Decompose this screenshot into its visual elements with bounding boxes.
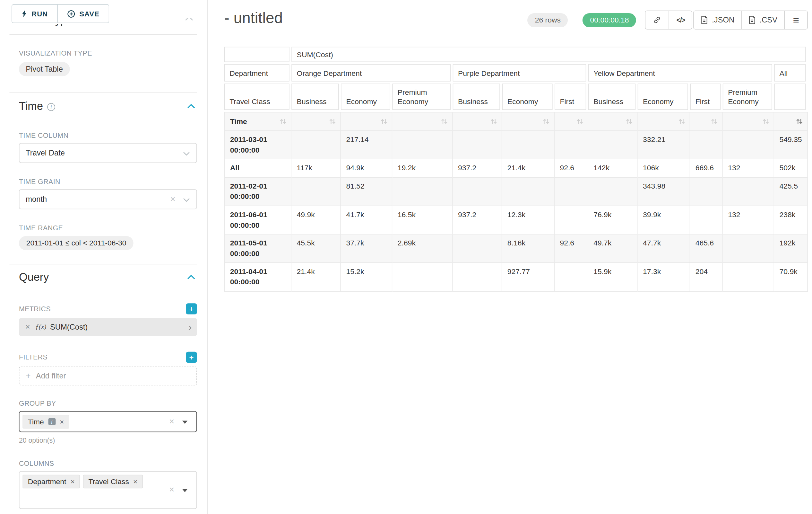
run-button[interactable]: RUN (11, 4, 58, 23)
pivot-sort-cell (291, 112, 341, 131)
columns-tag-department[interactable]: Department × (23, 475, 80, 489)
export-csv-button[interactable]: .CSV (741, 11, 784, 29)
sort-icon[interactable] (576, 118, 583, 125)
remove-tag-icon[interactable]: × (60, 417, 64, 426)
table-row: Time (224, 112, 808, 131)
table-row: 2011-02-01 00:00:0081.52343.98425.5 (224, 178, 808, 206)
pivot-cell: 425.5 (774, 178, 808, 206)
group-by-select[interactable]: Time i × × (19, 411, 197, 432)
pivot-col-header: First (555, 83, 588, 112)
pivot-cell (502, 178, 555, 206)
remove-tag-icon[interactable]: × (133, 477, 137, 486)
pivot-table-container: SUM(Cost)DepartmentOrange DepartmentPurp… (224, 47, 808, 292)
pivot-cell: 106k (638, 159, 690, 178)
sort-icon[interactable] (490, 118, 497, 125)
row-count-badge: 26 rows (528, 13, 568, 27)
pivot-col-header: First (690, 83, 722, 112)
pivot-sort-cell (555, 112, 588, 131)
group-by-tag-time[interactable]: Time i × (23, 415, 69, 429)
sort-icon[interactable] (329, 118, 336, 125)
pivot-col-dim-header: Travel Class (224, 83, 291, 112)
pivot-cell: 37.7k (341, 235, 392, 263)
sort-icon[interactable] (762, 118, 770, 125)
pivot-cell (453, 178, 502, 206)
embed-code-button[interactable]: </> (669, 11, 692, 29)
remove-tag-icon[interactable]: × (70, 477, 75, 486)
pivot-row-label: 2011-06-01 00:00:00 (224, 206, 291, 235)
chevron-up-icon (187, 104, 195, 108)
pivot-cell: 49.7k (588, 235, 638, 263)
visualization-type-label: VISUALIZATION TYPE (19, 50, 197, 57)
pivot-cell: 92.6 (555, 235, 588, 263)
sort-icon[interactable] (795, 118, 803, 125)
table-row: Travel ClassBusinessEconomyPremium Econo… (224, 83, 808, 112)
pivot-cell (690, 206, 722, 235)
pivot-cell: 15.9k (588, 263, 638, 292)
chevron-down-icon (183, 149, 190, 157)
time-column-select[interactable]: Travel Date (19, 143, 197, 163)
sort-icon[interactable] (678, 118, 686, 125)
share-button-group: </> (645, 10, 692, 30)
pivot-row-dim-header: Department (224, 64, 291, 84)
pivot-cell: 238k (774, 206, 808, 235)
collapse-query-section-button[interactable] (185, 273, 197, 281)
add-filter-button[interactable]: + Add filter (19, 367, 197, 385)
sort-icon[interactable] (626, 118, 633, 125)
time-grain-select[interactable]: month × (19, 189, 197, 209)
code-icon: </> (676, 16, 685, 24)
pivot-cell: 16.5k (392, 206, 453, 235)
sort-icon[interactable] (543, 118, 550, 125)
metric-option[interactable]: × ƒ(x) SUM(Cost) › (19, 318, 197, 336)
pivot-cell (588, 131, 638, 159)
export-json-label: .JSON (712, 16, 734, 24)
add-metric-button[interactable]: + (186, 303, 197, 314)
pivot-cell (690, 131, 722, 159)
visualization-type-value[interactable]: Pivot Table (19, 62, 70, 76)
time-range-value[interactable]: 2011-01-01 ≤ col < 2011-06-30 (19, 236, 134, 250)
copy-link-button[interactable] (646, 11, 669, 29)
pivot-cell: 81.52 (341, 178, 392, 206)
time-section-title: Time (19, 100, 43, 112)
time-grain-label: TIME GRAIN (19, 178, 197, 186)
pivot-cell: 117k (291, 159, 341, 178)
query-timer-badge: 00:00:00.18 (583, 13, 636, 27)
more-options-button[interactable]: ≡ (784, 11, 807, 29)
caret-down-icon[interactable] (182, 489, 187, 492)
bolt-icon (22, 10, 27, 17)
collapse-time-section-button[interactable] (185, 102, 197, 110)
caret-down-icon[interactable] (182, 421, 187, 424)
pivot-cell: 927.77 (502, 263, 555, 292)
sort-icon[interactable] (441, 118, 448, 125)
clear-icon[interactable]: × (170, 195, 175, 204)
pivot-sort-cell (690, 112, 722, 131)
time-section-header: Time i (19, 100, 197, 112)
chart-title: - untitled (224, 9, 283, 27)
clear-icon[interactable]: × (169, 416, 174, 427)
pivot-col-header: Economy (341, 83, 392, 112)
pivot-cell: 132 (723, 159, 774, 178)
add-filter-plus-button[interactable]: + (186, 352, 197, 363)
pivot-cell: 49.9k (291, 206, 341, 235)
columns-select[interactable]: Department × Travel Class × × (19, 471, 197, 509)
link-icon (653, 16, 662, 24)
pivot-col-header: Business (453, 83, 502, 112)
app-window: RUN SAVE Chart Type VISUALIZATION TYPE P… (0, 0, 812, 514)
export-json-button[interactable]: .JSON (694, 11, 742, 29)
sort-icon[interactable] (710, 118, 718, 125)
columns-tag-travel-class[interactable]: Travel Class × (83, 475, 143, 489)
remove-metric-icon[interactable]: × (25, 322, 30, 331)
pivot-sort-cell (453, 112, 502, 131)
pivot-cell: 8.16k (502, 235, 555, 263)
save-button[interactable]: SAVE (58, 4, 110, 23)
sort-icon[interactable] (280, 118, 287, 125)
pivot-col-header (774, 83, 808, 112)
table-row: 2011-03-01 00:00:00217.14332.21549.35 (224, 131, 808, 159)
clear-icon[interactable]: × (169, 485, 174, 495)
pivot-cell: 669.6 (690, 159, 722, 178)
time-range-label: TIME RANGE (19, 224, 197, 232)
table-row: 2011-06-01 00:00:0049.9k41.7k16.5k937.21… (224, 206, 808, 235)
file-export-icon (749, 16, 756, 24)
chevron-right-icon[interactable]: › (188, 322, 192, 332)
pivot-cell: 192k (774, 235, 808, 263)
sort-icon[interactable] (380, 118, 388, 125)
